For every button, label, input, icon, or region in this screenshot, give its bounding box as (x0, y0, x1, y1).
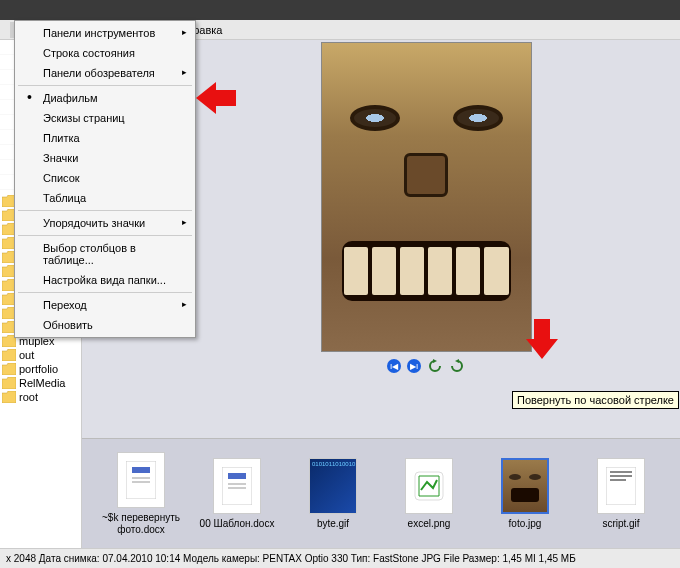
folder-item[interactable]: root (0, 390, 81, 404)
folder-icon (2, 363, 16, 375)
prev-button[interactable]: I◀ (387, 359, 401, 373)
folder-item[interactable]: portfolio (0, 362, 81, 376)
thumbnail-label: byte.gif (317, 518, 349, 530)
svg-rect-9 (228, 473, 246, 479)
menu-refresh[interactable]: Обновить (17, 315, 193, 335)
menu-arrange[interactable]: Упорядочить значки (17, 213, 193, 233)
thumbnail-label: excel.png (408, 518, 451, 530)
statusbar: x 2048 Дата снимка: 07.04.2010 10:14 Мод… (0, 548, 680, 568)
menu-folder-settings[interactable]: Настройка вида папки... (17, 270, 193, 290)
tooltip: Повернуть по часовой стрелке (512, 391, 679, 409)
thumbnail-item[interactable]: foto.jpg (486, 458, 564, 530)
menu-thumbnails[interactable]: Эскизы страниц (17, 108, 193, 128)
menu-explorer-panels[interactable]: Панели обозревателя (17, 63, 193, 83)
thumbnail-image (117, 452, 165, 508)
svg-rect-11 (228, 487, 246, 489)
separator (18, 292, 192, 293)
rotate-ccw-button[interactable] (427, 358, 443, 374)
separator (18, 210, 192, 211)
menu-list[interactable]: Список (17, 168, 193, 188)
svg-marker-3 (455, 359, 459, 363)
titlebar (0, 0, 680, 20)
thumbnail-label: 00 Шаблон.docx (200, 518, 275, 530)
thumbnail-item[interactable]: script.gif (582, 458, 660, 530)
menu-icons[interactable]: Значки (17, 148, 193, 168)
preview-image[interactable] (321, 42, 532, 352)
menu-statusbar[interactable]: Строка состояния (17, 43, 193, 63)
svg-rect-8 (222, 467, 252, 505)
rotate-cw-button[interactable] (449, 358, 465, 374)
menu-tiles[interactable]: Плитка (17, 128, 193, 148)
menu-toolbars[interactable]: Панели инструментов (17, 23, 193, 43)
annotation-arrow-icon (196, 78, 236, 118)
thumbnail-item[interactable]: ~$k перевернуть фото.docx (102, 452, 180, 536)
menu-table[interactable]: Таблица (17, 188, 193, 208)
thumbnail-item[interactable]: 01010110100101101001011010byte.gif (294, 458, 372, 530)
annotation-arrow-icon (522, 319, 562, 359)
folder-icon (2, 377, 16, 389)
separator (18, 235, 192, 236)
thumbnail-label: script.gif (602, 518, 639, 530)
thumbnail-image (405, 458, 453, 514)
svg-marker-0 (196, 82, 236, 114)
thumbnail-image (597, 458, 645, 514)
menu-columns[interactable]: Выбор столбцов в таблице... (17, 238, 193, 270)
menu-filmstrip[interactable]: Диафильм (17, 88, 193, 108)
folder-label: portfolio (19, 363, 58, 375)
svg-marker-2 (433, 359, 437, 363)
thumbnail-label: ~$k перевернуть фото.docx (102, 512, 180, 536)
view-dropdown: Панели инструментов Строка состояния Пан… (14, 20, 196, 338)
thumbnail-strip[interactable]: ~$k перевернуть фото.docx00 Шаблон.docx0… (82, 438, 680, 548)
folder-icon (2, 391, 16, 403)
svg-rect-4 (126, 461, 156, 499)
menu-goto[interactable]: Переход (17, 295, 193, 315)
svg-rect-6 (132, 477, 150, 479)
svg-marker-1 (526, 319, 558, 359)
svg-rect-10 (228, 483, 246, 485)
folder-label: root (19, 391, 38, 403)
thumbnail-image: 01010110100101101001011010 (309, 458, 357, 514)
folder-label: RelMedia (19, 377, 65, 389)
thumbnail-item[interactable]: excel.png (390, 458, 468, 530)
preview-controls: I◀ ▶I (387, 358, 465, 374)
thumbnail-image (501, 458, 549, 514)
svg-rect-5 (132, 467, 150, 473)
folder-icon (2, 349, 16, 361)
thumbnail-label: foto.jpg (509, 518, 542, 530)
folder-item[interactable]: out (0, 348, 81, 362)
folder-item[interactable]: RelMedia (0, 376, 81, 390)
svg-rect-14 (610, 471, 632, 473)
next-button[interactable]: ▶I (407, 359, 421, 373)
svg-rect-16 (610, 479, 626, 481)
separator (18, 85, 192, 86)
folder-label: out (19, 349, 34, 361)
thumbnail-item[interactable]: 00 Шаблон.docx (198, 458, 276, 530)
svg-rect-15 (610, 475, 632, 477)
svg-rect-7 (132, 481, 150, 483)
thumbnail-image (213, 458, 261, 514)
